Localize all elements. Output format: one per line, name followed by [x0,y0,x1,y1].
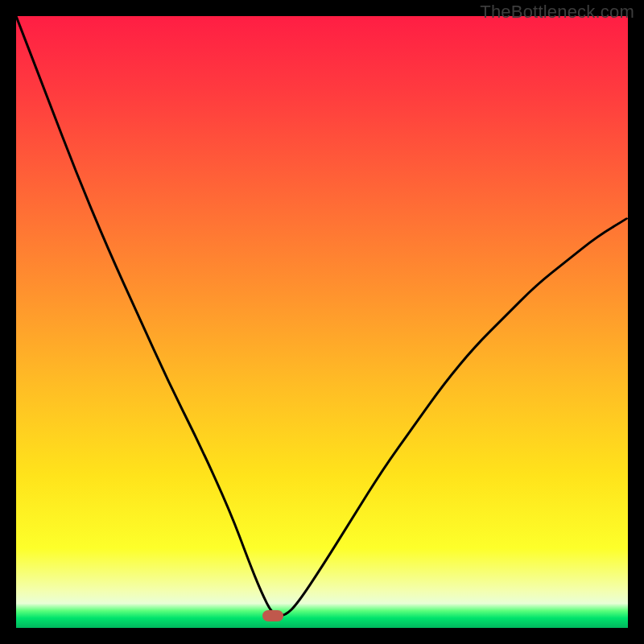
watermark-text: TheBottleneck.com [480,2,634,23]
curve-path [16,16,628,616]
bottleneck-curve [16,16,628,628]
optimal-marker [262,610,283,621]
plot-area [16,16,628,628]
chart-frame: TheBottleneck.com [0,0,644,644]
